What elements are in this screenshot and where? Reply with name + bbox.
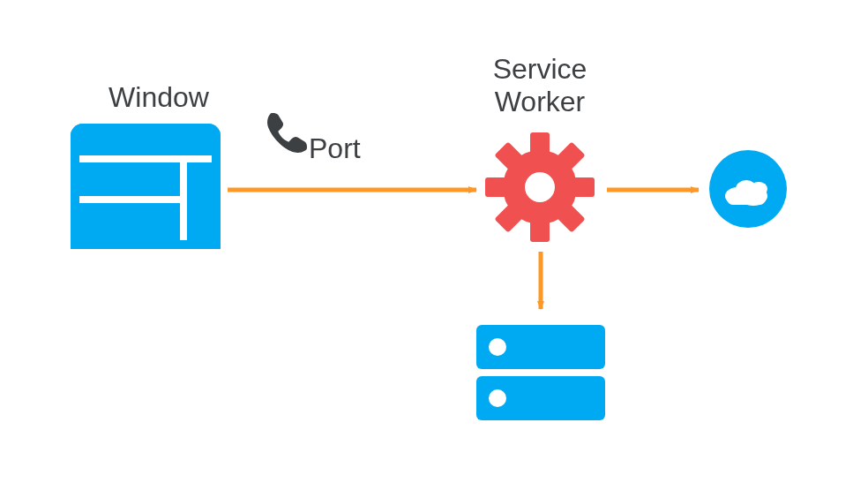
svg-point-44 [489,338,506,356]
diagram-canvas [0,0,868,498]
svg-rect-31 [573,177,595,197]
svg-rect-30 [485,177,506,197]
svg-rect-29 [530,221,550,242]
storage-icon [476,325,605,420]
svg-point-46 [489,389,506,407]
cloud-icon [709,150,787,228]
phone-icon [267,113,307,153]
svg-point-36 [525,172,555,202]
svg-rect-26 [187,162,212,240]
svg-rect-42 [727,192,766,205]
window-icon-clean [71,124,221,249]
gear-icon [462,109,617,264]
svg-rect-28 [530,132,550,154]
svg-rect-25 [79,203,180,240]
svg-rect-24 [79,162,180,196]
